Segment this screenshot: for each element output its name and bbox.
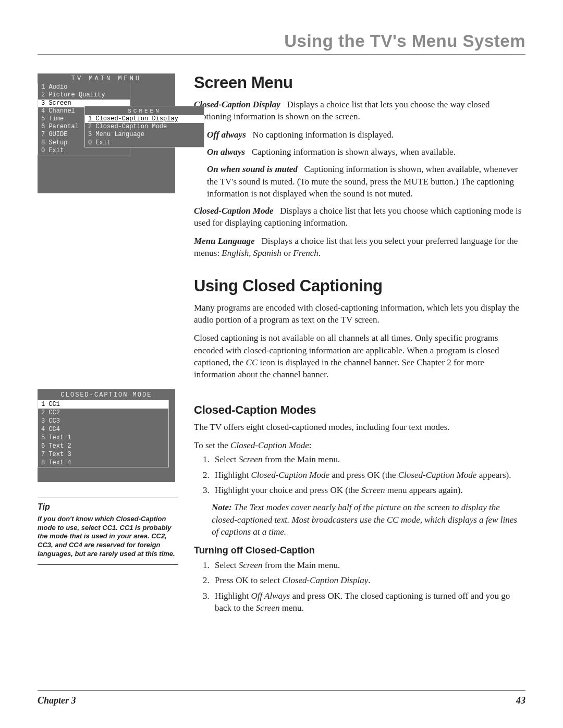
tv-menu-item: 2 Picture Quality — [38, 91, 130, 99]
tip-text: If you don't know which Closed-Caption m… — [38, 515, 178, 558]
ml-english: English — [222, 248, 249, 258]
ml-spanish: Spanish — [253, 248, 282, 258]
using-cc-p1: Many programs are encoded with closed-ca… — [194, 302, 522, 326]
tv-main-menu-title: TV MAIN MENU — [38, 73, 175, 83]
footer-page-number: 43 — [516, 695, 525, 706]
using-cc-p2: Closed captioning is not available on al… — [194, 332, 522, 380]
cc-mode-menu-figure: CLOSED-CAPTION MODE 1 CC1 2 CC2 3 CC3 4 … — [38, 389, 175, 482]
screen-submenu-item-selected: 1 Closed-Caption Display — [85, 115, 204, 123]
tv-menu-item: 0 Exit — [38, 147, 130, 155]
on-muted-row: On when sound is muted Captioning inform… — [207, 163, 522, 199]
cc-mode-item: 3 CC3 — [38, 417, 168, 425]
cc-modes-steps: Select Screen from the Main menu. Highli… — [204, 453, 522, 496]
cc-modes-heading: Closed-Caption Modes — [194, 403, 522, 417]
off-always-text: No captioning information is displayed. — [253, 130, 394, 140]
screen-submenu: SCREEN 1 Closed-Caption Display 2 Closed… — [84, 106, 204, 147]
cc-mode-item: 7 Text 3 — [38, 450, 168, 459]
toff-step-1: Select Screen from the Main menu. — [212, 559, 522, 571]
cc-modes-p2: To set the Closed-Caption Mode: — [194, 439, 522, 451]
turning-off-heading: Turning off Closed-Caption — [194, 545, 522, 556]
cc-modes-p2b: : — [309, 440, 312, 450]
screen-menu-heading: Screen Menu — [194, 73, 522, 92]
ccd-paragraph: Closed-Caption Display Displays a choice… — [194, 98, 522, 122]
screen-submenu-title: SCREEN — [85, 106, 204, 115]
content-grid: TV MAIN MENU 1 Audio 2 Picture Quality 3… — [38, 73, 525, 620]
off-always-row: Off always No captioning information is … — [207, 129, 522, 141]
toff-step-2: Press OK to select Closed-Caption Displa… — [212, 574, 522, 586]
cc-mode-list: 1 CC1 2 CC2 3 CC3 4 CC4 5 Text 1 6 Text … — [38, 400, 169, 467]
spacer — [38, 206, 178, 389]
ccd-lead: Closed-Caption Display — [194, 100, 280, 109]
cc-mode-menu-title: CLOSED-CAPTION MODE — [38, 389, 175, 400]
off-always-lead: Off always — [207, 130, 246, 140]
toff-step-3: Highlight Off Always and press OK. The c… — [212, 590, 522, 614]
ml-or: or — [282, 248, 293, 258]
turn-off-steps: Select Screen from the Main menu. Press … — [204, 559, 522, 614]
on-always-text: Captioning information is shown always, … — [252, 147, 456, 157]
cc-mode-item: 2 CC2 — [38, 409, 168, 417]
on-muted-lead: On when sound is muted — [207, 164, 298, 174]
using-cc-heading: Using Closed Captioning — [194, 277, 522, 295]
cc-mode-item: 6 Text 2 — [38, 442, 168, 450]
on-always-lead: On always — [207, 147, 245, 157]
tv-main-menu-figure: TV MAIN MENU 1 Audio 2 Picture Quality 3… — [38, 73, 175, 193]
ml-sep: , — [249, 248, 253, 258]
screen-submenu-item: 2 Closed-Caption Mode — [85, 123, 204, 131]
cc-icon-label: CC — [246, 357, 258, 367]
note-text: The Text modes cover nearly half of the … — [212, 502, 517, 536]
cc-modes-p2a: To set the — [194, 440, 230, 450]
ml-french: French — [293, 248, 318, 258]
cc-modes-p1: The TV offers eight closed-captioned mod… — [194, 421, 522, 433]
on-always-row: On always Captioning information is show… — [207, 146, 522, 158]
ml-end: . — [319, 248, 321, 258]
footer-chapter: Chapter 3 — [38, 695, 76, 706]
step-2: Highlight Closed-Caption Mode and press … — [212, 469, 522, 481]
ccd-options: Off always No captioning information is … — [207, 129, 522, 200]
cc-mode-item: 8 Text 4 — [38, 459, 168, 467]
ccm-lead: Closed-Caption Mode — [194, 206, 274, 216]
note-lead: Note: — [212, 502, 232, 512]
right-column: Screen Menu Closed-Caption Display Displ… — [194, 73, 525, 620]
ml-lead: Menu Language — [194, 236, 255, 246]
page-footer: Chapter 3 43 — [38, 690, 525, 706]
step-1: Select Screen from the Main menu. — [212, 453, 522, 465]
cc-mode-item: 5 Text 1 — [38, 434, 168, 442]
screen-submenu-item: 0 Exit — [85, 139, 204, 147]
ccm-paragraph: Closed-Caption Mode Displays a choice li… — [194, 205, 522, 229]
menu-language-paragraph: Menu Language Displays a choice list tha… — [194, 235, 522, 259]
cc-mode-item: 4 CC4 — [38, 425, 168, 434]
page-header: Using the TV's Menu System — [38, 31, 525, 55]
tv-menu-item: 1 Audio — [38, 83, 130, 91]
cc-mode-item-selected: 1 CC1 — [38, 400, 168, 409]
tip-box: Tip If you don't know which Closed-Capti… — [38, 498, 178, 565]
screen-submenu-item: 3 Menu Language — [85, 131, 204, 139]
step-3: Highlight your choice and press OK (the … — [212, 484, 522, 496]
note-block: Note: The Text modes cover nearly half o… — [212, 501, 522, 537]
tip-title: Tip — [38, 502, 178, 512]
cc-modes-p2-em: Closed-Caption Mode — [230, 440, 309, 450]
left-column: TV MAIN MENU 1 Audio 2 Picture Quality 3… — [38, 73, 178, 620]
